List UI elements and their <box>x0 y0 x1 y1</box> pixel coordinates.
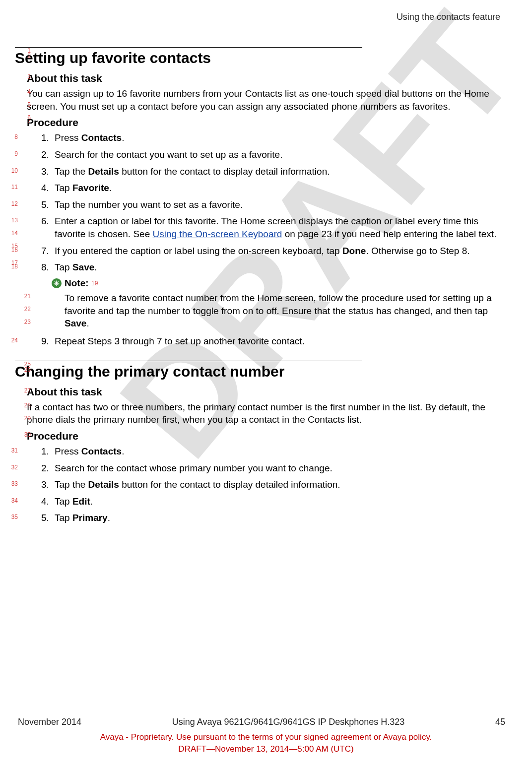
note-body: To remove a favorite contact number from… <box>65 292 495 330</box>
line-number: 16 <box>9 246 18 254</box>
list-item: 32 Search for the contact whose primary … <box>52 462 500 475</box>
step-bold: Details <box>88 479 119 490</box>
note-icon: ✳ <box>52 278 62 288</box>
list-item: 9 Search for the contact you want to set… <box>52 148 500 161</box>
step-text: Tap <box>55 513 72 523</box>
line-number: 24 <box>9 336 18 344</box>
step-text: Tap the <box>55 166 88 177</box>
step-text: on page 23 if you need help entering the… <box>282 229 496 239</box>
step-text: . Otherwise go to Step 8. <box>366 246 469 256</box>
step-text: Tap the number you want to set as a favo… <box>55 199 243 210</box>
about-text-2: If a contact has two or three numbers, t… <box>27 401 500 426</box>
running-header: Using the contacts feature <box>15 12 500 22</box>
about-heading-1: About this task <box>27 72 500 84</box>
line-number: 10 <box>9 167 18 175</box>
line-number: 28 <box>22 402 31 409</box>
step-text: Search for the contact whose primary num… <box>55 463 332 473</box>
line-number: 33 <box>9 480 18 488</box>
list-item: 35 Tap Primary. <box>52 512 500 524</box>
step-text: Press <box>55 446 81 456</box>
step-bold: Favorite <box>72 183 109 193</box>
step-text: Press <box>55 132 81 143</box>
step-bold: Save <box>72 262 94 272</box>
procedure-list-1-cont: 24 Repeat Steps 3 through 7 to set up an… <box>52 335 500 348</box>
page-footer: November 2014 Using Avaya 9621G/9641G/96… <box>0 716 532 755</box>
step-bold: Details <box>88 166 119 177</box>
line-number: 9 <box>9 150 18 158</box>
line-number: 34 <box>9 497 18 505</box>
list-item: 12 Tap the number you want to set as a f… <box>52 198 500 211</box>
step-text: button for the contact to display detail… <box>119 479 340 490</box>
procedure-heading-2: Procedure <box>27 430 500 442</box>
note-row: 19 ✳ Note: <box>52 278 500 289</box>
line-number: 32 <box>9 463 18 471</box>
step-bold: Contacts <box>81 446 122 456</box>
note-text: . <box>86 318 89 328</box>
step-bold: Primary <box>72 513 108 523</box>
footer-page-num: 45 <box>495 716 505 728</box>
line-number: 27 <box>22 387 31 394</box>
line-number: 26 <box>22 366 31 373</box>
line-number: 19 <box>91 280 98 287</box>
list-item: 34 Tap Edit. <box>52 495 500 508</box>
step-bold: Contacts <box>81 132 122 143</box>
note-label: Note: <box>65 278 89 289</box>
step-text: If you entered the caption or label usin… <box>55 246 342 256</box>
step-text: . <box>108 513 110 523</box>
step-text: Search for the contact you want to set u… <box>55 149 282 160</box>
line-number: 2 <box>22 53 31 60</box>
list-item: 16 17 If you entered the caption or labe… <box>52 245 500 257</box>
line-number: 8 <box>9 133 18 141</box>
line-number: 5 <box>22 101 31 108</box>
section-rule <box>15 361 362 361</box>
list-item: 31 Press Contacts. <box>52 445 500 458</box>
line-number: 23 <box>22 319 31 325</box>
line-number: 31 <box>9 447 18 454</box>
list-item: 18 Tap Save. <box>52 261 500 274</box>
procedure-list-2: 31 Press Contacts. 32 Search for the con… <box>52 445 500 524</box>
note-bold: Save <box>65 318 86 328</box>
line-number: 18 <box>9 262 18 270</box>
keyboard-link[interactable]: Using the On-screen Keyboard <box>153 229 282 239</box>
line-number: 4 <box>22 88 31 95</box>
procedure-heading-1: Procedure <box>27 117 500 129</box>
list-item: 11 Tap Favorite. <box>52 182 500 194</box>
note-text: To remove a favorite contact number from… <box>65 293 492 316</box>
step-text: Tap <box>55 496 72 507</box>
step-bold: Edit <box>72 496 90 507</box>
line-number: 3 <box>22 73 31 80</box>
procedure-list-1: 8 Press Contacts. 9 Search for the conta… <box>52 131 500 274</box>
section-title-1: Setting up favorite contacts <box>15 50 500 66</box>
line-number: 12 <box>9 200 18 208</box>
section-title-2: Changing the primary contact number <box>15 363 500 380</box>
step-text: . <box>122 446 124 456</box>
line-number: 7 <box>22 118 31 125</box>
line-number: 21 <box>22 293 31 300</box>
footer-proprietary: Avaya - Proprietary. Use pursuant to the… <box>0 731 532 743</box>
list-item: 33 Tap the Details button for the contac… <box>52 478 500 491</box>
step-text: Tap <box>55 262 72 272</box>
step-text: button for the contact to display detail… <box>119 166 330 177</box>
step-text: . <box>122 132 124 143</box>
step-text: Tap <box>55 183 72 193</box>
step-text: . <box>109 183 112 193</box>
step-text: . <box>90 496 93 507</box>
line-number: 30 <box>22 431 31 438</box>
footer-doc-title: Using Avaya 9621G/9641G/9641GS IP Deskph… <box>172 716 405 728</box>
line-number: 14 <box>9 229 18 237</box>
step-text: Tap the <box>55 479 88 490</box>
line-number: 29 <box>22 415 31 422</box>
list-item: 24 Repeat Steps 3 through 7 to set up an… <box>52 335 500 348</box>
footer-draft-stamp: DRAFT—November 13, 2014—5:00 AM (UTC) <box>0 743 532 755</box>
about-heading-2: About this task <box>27 386 500 398</box>
step-text: Repeat Steps 3 through 7 to set up anoth… <box>55 336 305 346</box>
step-text: . <box>94 262 97 272</box>
footer-date: November 2014 <box>18 716 81 728</box>
line-number: 22 <box>22 306 31 313</box>
line-number: 13 <box>9 216 18 224</box>
list-item: 13 14 15 Enter a caption or label for th… <box>52 215 500 240</box>
step-bold: Done <box>342 246 366 256</box>
list-item: 8 Press Contacts. <box>52 131 500 144</box>
section-rule <box>15 47 362 48</box>
page-content: Using the contacts feature 1 2 Setting u… <box>0 0 532 524</box>
